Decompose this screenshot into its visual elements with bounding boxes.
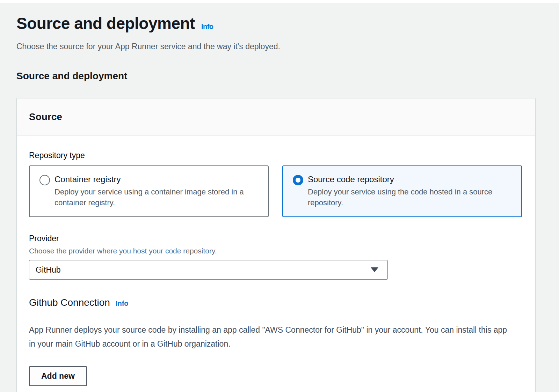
- provider-select-value: GitHub: [36, 265, 61, 275]
- top-strip: [0, 0, 559, 3]
- page-title-info-link[interactable]: Info: [201, 23, 213, 30]
- radio-tile-container-registry[interactable]: Container registry Deploy your service u…: [29, 165, 269, 217]
- tile-description: Deploy your service using a container im…: [55, 186, 250, 208]
- tile-title: Source code repository: [308, 174, 503, 185]
- provider-label: Provider: [29, 233, 522, 244]
- github-connection-info-link[interactable]: Info: [116, 299, 129, 307]
- source-card-body: Repository type Container registry Deplo…: [17, 136, 535, 392]
- repository-type-label: Repository type: [29, 150, 522, 161]
- radio-tile-source-code-repository[interactable]: Source code repository Deploy your servi…: [282, 165, 522, 217]
- repository-type-tiles: Container registry Deploy your service u…: [29, 165, 522, 217]
- radio-selected-icon[interactable]: [293, 175, 303, 185]
- tile-text: Container registry Deploy your service u…: [55, 174, 250, 208]
- main-content: Source and deploymentInfo Choose the sou…: [0, 14, 559, 392]
- provider-select[interactable]: GitHub: [29, 260, 388, 280]
- add-new-button[interactable]: Add new: [29, 366, 87, 386]
- page-title: Source and deploymentInfo: [16, 14, 536, 36]
- tile-text: Source code repository Deploy your servi…: [308, 174, 503, 208]
- source-card: Source Repository type Container registr…: [16, 98, 536, 392]
- provider-description: Choose the provider where you host your …: [29, 246, 522, 256]
- github-connection-heading: Github ConnectionInfo: [29, 297, 522, 308]
- page-title-text: Source and deployment: [16, 14, 195, 32]
- github-connection-heading-text: Github Connection: [29, 297, 110, 308]
- section-heading: Source and deployment: [16, 71, 536, 82]
- source-card-title: Source: [29, 111, 521, 123]
- dropdown-caret-icon: [371, 267, 378, 272]
- github-connection-description: App Runner deploys your source code by i…: [29, 323, 510, 351]
- tile-title: Container registry: [55, 174, 250, 185]
- tile-description: Deploy your service using the code hoste…: [308, 186, 503, 208]
- source-card-header: Source: [17, 98, 535, 136]
- page-subtitle: Choose the source for your App Runner se…: [16, 41, 536, 52]
- radio-unselected-icon[interactable]: [39, 175, 50, 185]
